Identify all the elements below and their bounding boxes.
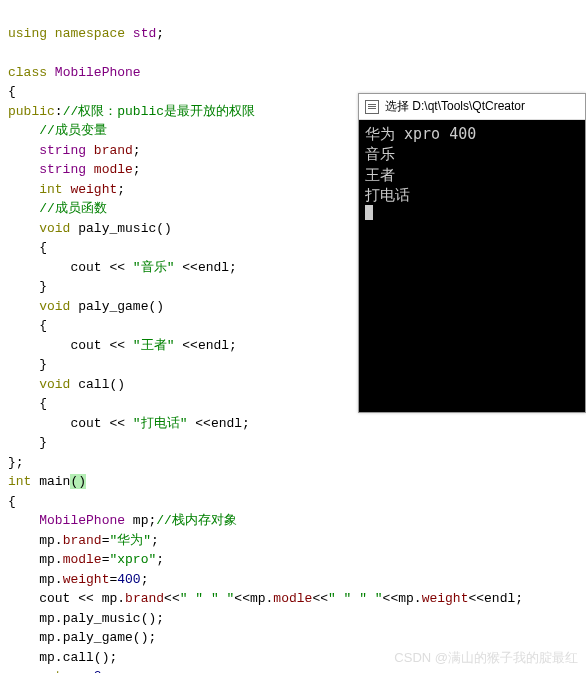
kw-using: using: [8, 26, 47, 41]
type-int: int: [39, 182, 62, 197]
cout: cout: [70, 260, 101, 275]
str-call: "打电话": [133, 416, 188, 431]
console-window[interactable]: 选择 D:\qt\Tools\QtCreator 华为 xpro 400 音乐 …: [358, 93, 586, 413]
type-void: void: [39, 299, 70, 314]
type-int: int: [8, 474, 31, 489]
kw-namespace: namespace: [55, 26, 125, 41]
fn-main: main: [39, 474, 70, 489]
type-void: void: [39, 377, 70, 392]
type-string: string: [39, 162, 86, 177]
type-mobilephone: MobilePhone: [39, 513, 125, 528]
cout: cout: [70, 338, 101, 353]
out-line2: 音乐: [365, 145, 395, 163]
console-output[interactable]: 华为 xpro 400 音乐 王者 打电话: [359, 120, 585, 412]
var-weight: weight: [70, 182, 117, 197]
str-music: "音乐": [133, 260, 175, 275]
comment-funcs: //成员函数: [39, 201, 107, 216]
watermark: CSDN @满山的猴子我的腚最红: [394, 649, 578, 667]
endl: endl: [211, 416, 242, 431]
out-line3: 王者: [365, 166, 395, 184]
console-icon: [365, 100, 379, 114]
kw-return: return: [39, 669, 86, 673]
type-string: string: [39, 143, 86, 158]
var-mp: mp: [133, 513, 149, 528]
cout: cout: [70, 416, 101, 431]
console-title: 选择 D:\qt\Tools\QtCreator: [385, 98, 525, 115]
cursor: [365, 205, 373, 220]
out-line1: 华为 xpro 400: [365, 125, 476, 143]
class-name: MobilePhone: [55, 65, 141, 80]
console-titlebar[interactable]: 选择 D:\qt\Tools\QtCreator: [359, 94, 585, 120]
endl: endl: [198, 260, 229, 275]
endl: endl: [198, 338, 229, 353]
comment-access: //权限：public是最开放的权限: [63, 104, 255, 119]
out-line4: 打电话: [365, 186, 410, 204]
comment-obj: //栈内存对象: [156, 513, 237, 528]
type-void: void: [39, 221, 70, 236]
kw-class: class: [8, 65, 47, 80]
kw-public: public: [8, 104, 55, 119]
var-modle: modle: [94, 162, 133, 177]
ident-std: std: [133, 26, 156, 41]
var-brand: brand: [94, 143, 133, 158]
str-game: "王者": [133, 338, 175, 353]
fn-call: call: [78, 377, 109, 392]
comment-vars: //成员变量: [39, 123, 107, 138]
fn-paly-music: paly_music: [78, 221, 156, 236]
fn-paly-game: paly_game: [78, 299, 148, 314]
